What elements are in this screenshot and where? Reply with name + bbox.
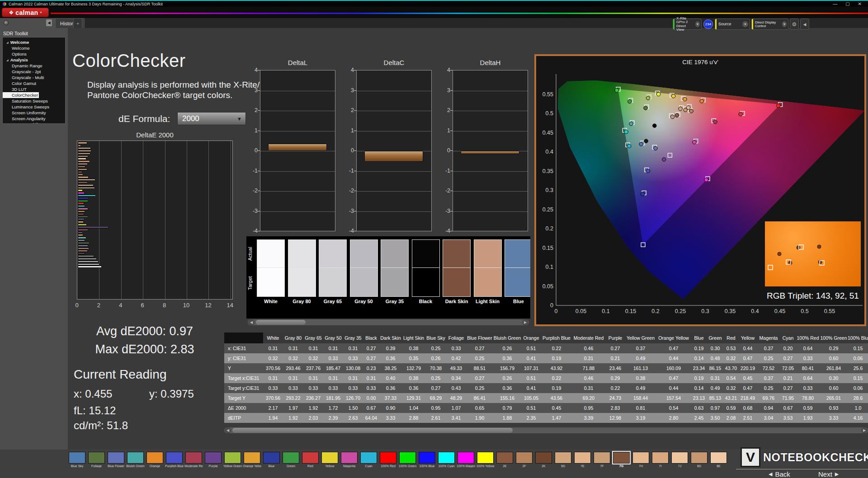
patch-button-8e[interactable]: 8E (709, 452, 728, 468)
table-cell: 0.31 (263, 375, 283, 381)
patch-button-7g[interactable]: 7G (612, 452, 631, 468)
swatch-strip-scrollbar[interactable]: ◀ ▶ (248, 319, 529, 325)
patch-button-7e[interactable]: 7E (573, 452, 592, 468)
workflow-radio-button[interactable] (4, 20, 9, 25)
patch-button-green[interactable]: Green (282, 452, 300, 468)
patch-button-7j[interactable]: 7J (670, 452, 689, 468)
patch-button-blue[interactable]: Blue (262, 452, 281, 468)
patch-button-orange[interactable]: Orange (146, 452, 164, 468)
patch-button-8d[interactable]: 8D (690, 452, 708, 468)
sidebar-item-analysis[interactable]: Analysis (3, 57, 65, 63)
table-cell: 88.51 (466, 366, 493, 371)
deltae-bar-7e (78, 176, 89, 178)
panel-collapse-button[interactable]: ◀ (800, 19, 809, 30)
swatch-light-skin: Light Skin (474, 239, 502, 304)
deltae-bar-7i (78, 166, 85, 168)
patch-button-purple[interactable]: Purple (204, 452, 222, 468)
sidebar-item-dynamic-range[interactable]: Dynamic Range (3, 63, 65, 69)
meter-dropdown[interactable]: X-Rite i1Pro 2 Direct View ▼ (673, 19, 702, 30)
deltae-bar-orange-yellow (78, 221, 84, 223)
calman-logo-button[interactable]: ❖ calman ▾ (2, 8, 49, 17)
patch-button-blue-flower[interactable]: Blue Flower (107, 452, 125, 468)
scroll-left-icon[interactable]: ◀ (248, 319, 255, 325)
settings-gear-button[interactable]: ⚙ (790, 19, 799, 30)
meter-count-badge[interactable]: 234 (703, 19, 713, 29)
table-cell: 0.36 (379, 356, 402, 361)
cie-measurement-marker (686, 106, 690, 109)
patch-button-5d[interactable]: 5D (554, 452, 572, 468)
patch-button-red[interactable]: Red (301, 452, 320, 468)
swatch-label: Black (412, 299, 440, 304)
table-cell: 1.93 (796, 415, 820, 421)
patch-button-100-green[interactable]: 100% Green (398, 452, 417, 468)
sidebar-item-welcome[interactable]: Welcome (3, 39, 65, 45)
patch-button-100-magenta[interactable]: 100% Magenta (457, 452, 475, 468)
scroll-left-icon[interactable]: ◀ (225, 427, 231, 433)
table-scrollbar-thumb[interactable] (232, 428, 513, 433)
tab-add-button[interactable]: + (73, 18, 82, 28)
deltaC-y-tick: -2 (344, 187, 354, 194)
patch-button-bluish-green[interactable]: Bluish Green (126, 452, 145, 468)
patch-color (302, 452, 319, 464)
sidebar-item-screen-uniformity[interactable]: Screen Uniformity (3, 110, 65, 116)
sidebar-item-grayscale-2pt[interactable]: Grayscale - 2pt (3, 69, 65, 75)
table-cell: 0.35 (402, 356, 425, 361)
sidebar-item-saturation-sweeps[interactable]: Saturation Sweeps (3, 98, 65, 104)
sidebar-item-screen-angularity[interactable]: Screen Angularity (3, 116, 65, 122)
patch-button-purplish-blue[interactable]: Purplish Blue (165, 452, 184, 468)
current-x: x: 0.455 (74, 388, 112, 400)
patch-button-2f[interactable]: 2F (515, 452, 533, 468)
sidebar-item-colorchecker[interactable]: ColorChecker (3, 92, 39, 98)
source-dropdown[interactable]: Source ▼ (715, 19, 750, 30)
sidebar-item-screen-stability[interactable]: Screen Stability (3, 122, 65, 124)
de-formula-select[interactable]: 2000 ▼ (177, 112, 246, 125)
swatch-scrollbar-thumb[interactable] (256, 320, 306, 325)
table-cell: 0.31 (363, 375, 379, 381)
patch-button-100-yellow[interactable]: 100% Yellow (476, 452, 495, 468)
patch-button-2e[interactable]: 2E (495, 452, 514, 468)
patch-button-7h[interactable]: 7H (632, 452, 650, 468)
patch-button-yellow-green[interactable]: Yellow Green (223, 452, 242, 468)
patch-button-7f[interactable]: 7F (593, 452, 611, 468)
patch-button-2k[interactable]: 2K (534, 452, 553, 468)
sidebar-item-color-gamut[interactable]: Color Gamut (3, 80, 65, 86)
patch-button-moderate-red[interactable]: Moderate Red (184, 452, 203, 468)
deltae-bar-bluish-green (78, 237, 86, 239)
close-button[interactable]: ✕ (858, 1, 862, 6)
sidebar-item-grayscale-multi[interactable]: Grayscale - Multi (3, 75, 65, 80)
patch-button-100-cyan[interactable]: 100% Cyan (437, 452, 456, 468)
notebookcheck-logo-icon: V (741, 447, 760, 467)
sidebar-item-luminance-sweeps[interactable]: Luminance Sweeps (3, 104, 65, 110)
deltae-bar-2f (78, 184, 94, 186)
next-button[interactable]: Next ▶ (818, 470, 839, 478)
cie-measurement-marker (644, 139, 648, 143)
minimize-button[interactable]: — (833, 1, 837, 6)
patch-button-foliage[interactable]: Foliage (87, 452, 106, 468)
scroll-right-icon[interactable]: ▶ (522, 319, 528, 325)
sidebar-collapse-icon[interactable]: ◀ (46, 19, 52, 26)
sidebar-item-3d-lut[interactable]: 3D LUT (3, 86, 65, 92)
back-button[interactable]: ◀ Back (769, 470, 790, 478)
table-cell: 0.43 (446, 385, 466, 391)
display-control-dropdown[interactable]: Direct Display Control ▼ (751, 19, 788, 30)
patch-button-magenta[interactable]: Magenta (340, 452, 359, 468)
swatch-label: Blue (505, 299, 530, 304)
patch-button-cyan[interactable]: Cyan (359, 452, 378, 468)
patch-button-100-blue[interactable]: 100% Blue (418, 452, 436, 468)
table-cell: 0.25 (466, 356, 493, 361)
patch-color (380, 452, 396, 464)
patch-button-yellow[interactable]: Yellow (321, 452, 339, 468)
patch-button-100-red[interactable]: 100% Red (379, 452, 397, 468)
patch-button-7i[interactable]: 7I (651, 452, 670, 468)
table-cell: 0.63 (691, 405, 707, 411)
swatch-label: Light Skin (474, 299, 502, 304)
patch-button-blue-sky[interactable]: Blue Sky (68, 452, 86, 468)
table-scrollbar[interactable]: ◀ ▶ (224, 427, 868, 433)
sidebar-item-welcome[interactable]: Welcome (3, 45, 65, 51)
table-row-y-cie31: y: CIE310.320.320.320.330.330.270.360.35… (224, 353, 868, 363)
deltae-bar-white (78, 266, 102, 267)
sidebar-item-options[interactable]: Options (3, 51, 65, 57)
patch-button-orange-yellow[interactable]: Orange Yellow (243, 452, 261, 468)
maximize-button[interactable]: ▢ (845, 1, 849, 6)
scroll-right-icon[interactable]: ▶ (861, 427, 868, 433)
